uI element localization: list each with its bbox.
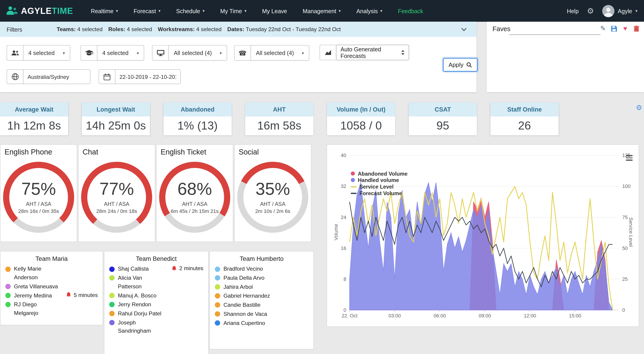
- team-card-team-benedict: Team BenedictShaj Callista2 minutesAlici…: [104, 251, 209, 354]
- timezone-input[interactable]: [23, 69, 90, 84]
- caret-down-icon: ▾: [116, 9, 118, 13]
- dashboard-settings-gear-icon[interactable]: ⚙: [636, 103, 642, 112]
- nav-right: Help ⚙ Agyle ▾: [567, 5, 638, 17]
- calendar-icon: [98, 69, 115, 84]
- svg-text:24: 24: [341, 214, 346, 220]
- caret-down-icon: ▾: [338, 9, 341, 13]
- gauge-center: 35%AHT / ASA2m 10s / 2m 6s: [234, 161, 311, 233]
- nav-item-label: Forecast: [134, 7, 156, 14]
- nav-item-schedule[interactable]: Schedule▾: [168, 0, 212, 22]
- kpi-value: 14h 25m 0s: [82, 117, 150, 135]
- app-root: AGYLETIME Realtime▾Forecast▾Schedule▾My …: [0, 0, 644, 354]
- nav-menu: Realtime▾Forecast▾Schedule▾My Time▾My Le…: [83, 0, 431, 22]
- team-member-row: Jerry Rendon: [109, 301, 203, 309]
- workstreams-filter-dropdown[interactable]: All selected (4) ▾: [168, 45, 227, 61]
- workstreams-filter-value: All selected (4): [174, 49, 212, 56]
- member-name: Paula Della Arvo: [224, 274, 272, 283]
- member-status-dot: [215, 320, 220, 326]
- globe-icon: [6, 69, 23, 84]
- team-member-list: Kelly Marie AndersonGreta VillaneuavaJer…: [0, 264, 103, 321]
- kpi-card-aht: AHT16m 58s: [245, 102, 314, 135]
- fave-name-input[interactable]: [509, 24, 600, 35]
- nav-item-forecast[interactable]: Forecast▾: [126, 0, 168, 22]
- filters-body: 4 selected ▾ 4 selected ▾ All select: [0, 37, 476, 92]
- gauge-sub-label: AHT / ASA: [104, 201, 130, 207]
- brand-logo[interactable]: AGYLETIME: [6, 5, 73, 17]
- users-icon: [6, 45, 23, 61]
- daterange-group: [98, 69, 181, 84]
- kpi-value: 1058 / 0: [327, 117, 395, 135]
- gauge-title: English Ticket: [161, 148, 206, 157]
- gauge-percent: 35%: [256, 180, 290, 198]
- legend-item-handled-volume[interactable]: Handled volume: [351, 177, 407, 183]
- nav-item-realtime[interactable]: Realtime▾: [83, 0, 126, 22]
- gauge-card-chat: Chat77%AHT / ASA28m 24s / 0m 18s: [78, 144, 155, 242]
- team-member-row: Bradford Vecino: [215, 265, 308, 274]
- member-status-dot: [5, 302, 10, 307]
- settings-gear-icon[interactable]: ⚙: [587, 6, 594, 16]
- team-member-row: Ariana Cupertino: [215, 319, 308, 328]
- member-name: Kelly Marie Anderson: [14, 265, 62, 282]
- delete-fave-icon[interactable]: [632, 25, 640, 32]
- collapse-chevron-icon[interactable]: [461, 26, 466, 31]
- nav-item-my-leave[interactable]: My Leave: [254, 0, 295, 22]
- filters-summary-bar[interactable]: Filters Teams: 4 selectedRoles: 4 select…: [0, 22, 476, 37]
- workstreams-filter-group: All selected (4) ▾: [152, 45, 227, 61]
- roles-filter-dropdown[interactable]: 4 selected ▾: [97, 45, 144, 61]
- kpi-card-staff-online: Staff Online26: [490, 102, 559, 135]
- edit-fave-icon[interactable]: ✎: [599, 25, 606, 32]
- gauge-sub-value: 6m 45s / 2h 15m 21s: [171, 208, 219, 214]
- gauge-title: English Phone: [4, 148, 52, 157]
- roles-filter-group: 4 selected ▾: [80, 45, 144, 61]
- user-menu[interactable]: Agyle ▾: [602, 5, 638, 17]
- svg-text:75: 75: [622, 214, 628, 220]
- gauge-sub-value: 28m 24s / 0m 18s: [96, 208, 137, 214]
- gauge-sub-value: 28m 16s / 0m 35s: [18, 208, 59, 214]
- favorite-heart-icon[interactable]: ♥: [622, 25, 629, 32]
- gauge-center: 77%AHT / ASA28m 24s / 0m 18s: [78, 161, 155, 233]
- member-status-dot: [5, 266, 10, 272]
- avatar: [602, 5, 614, 17]
- legend-item-abandoned-volume[interactable]: Abandoned Volume: [351, 170, 407, 177]
- kpi-value: 1h 12m 8s: [0, 117, 68, 135]
- forecast-source-select[interactable]: Auto Generated Forecasts: [336, 45, 409, 60]
- caret-down-icon: ▾: [380, 9, 382, 13]
- y-axis-title-right: Service Level: [628, 216, 634, 248]
- member-alert-time: 2 minutes: [179, 265, 204, 272]
- member-name: Shaj Callista: [118, 265, 166, 274]
- legend-item-service-level[interactable]: Service Level: [351, 183, 407, 190]
- nav-item-my-time[interactable]: My Time▾: [212, 0, 254, 22]
- forecast-source-value: Auto Generated Forecasts: [340, 46, 397, 59]
- team-title: Team Humberto: [210, 251, 313, 264]
- faves-actions: ✎ ♥: [599, 25, 640, 32]
- gauge-center: 75%AHT / ASA28m 16s / 0m 35s: [0, 161, 77, 233]
- member-status-dot: [215, 293, 220, 299]
- member-status-dot: [109, 320, 114, 325]
- kpi-card-volume-in-out-: Volume (In / Out)1058 / 0: [327, 102, 395, 135]
- volume-chart-panel: 0816243240025507510012522. Oct03:0006:00…: [326, 144, 639, 327]
- team-member-row: Kelly Marie Anderson: [5, 265, 98, 282]
- legend-symbol: [351, 178, 355, 182]
- channels-filter-dropdown[interactable]: All selected (4) ▾: [250, 45, 309, 61]
- member-status-dot: [109, 302, 114, 307]
- nav-item-feedback[interactable]: Feedback: [390, 0, 431, 22]
- kpi-value: 26: [490, 117, 559, 135]
- chart-menu-icon[interactable]: [626, 155, 632, 161]
- save-fave-icon[interactable]: [610, 25, 618, 32]
- caret-down-icon: ▾: [63, 51, 65, 55]
- kpi-row: Average Wait1h 12m 8sLongest Wait14h 25m…: [0, 102, 559, 135]
- teams-filter-group: 4 selected ▾: [6, 45, 70, 61]
- gauge-sub-label: AHT / ASA: [260, 201, 286, 207]
- daterange-input[interactable]: [115, 69, 181, 84]
- filter-summary-item: Workstreams: 4 selected: [158, 26, 222, 32]
- apply-label: Apply: [448, 62, 463, 68]
- nav-item-management[interactable]: Management▾: [295, 0, 348, 22]
- member-name: Bradford Vecino: [224, 265, 272, 274]
- legend-item-forecast-volume[interactable]: Forecast Volume: [351, 190, 407, 196]
- apply-filters-button[interactable]: Apply: [443, 58, 478, 72]
- chart-legend: Abandoned VolumeHandled volumeService Le…: [351, 170, 407, 196]
- member-name: Jahira Arbol: [224, 283, 272, 292]
- nav-item-analysis[interactable]: Analysis▾: [348, 0, 390, 22]
- teams-filter-dropdown[interactable]: 4 selected ▾: [23, 45, 70, 61]
- help-link[interactable]: Help: [567, 7, 579, 14]
